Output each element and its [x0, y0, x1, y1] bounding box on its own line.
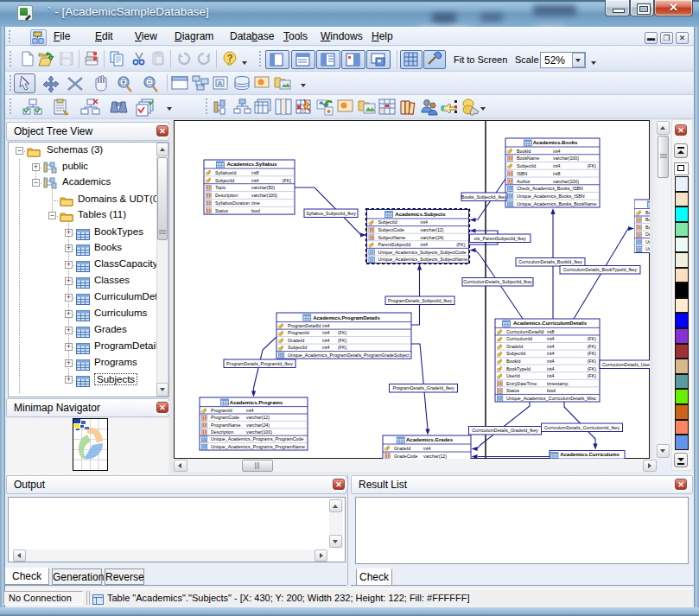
- svg-text:Unique_Academics_BookTypes_Nam: Unique_Academics_BookTypes_Name: [645, 246, 650, 251]
- svg-text:int4: int4: [322, 345, 330, 350]
- svg-text:SubjectId: SubjectId: [517, 163, 536, 168]
- svg-text:SubjectId: SubjectId: [506, 351, 525, 356]
- svg-text:Unique_Academics_Books_ISBN: Unique_Academics_Books_ISBN: [517, 194, 585, 199]
- svg-text:int4: int4: [251, 178, 259, 183]
- svg-text:SubjectId: SubjectId: [378, 219, 397, 225]
- svg-text:Unique_Academics_Books_BookNam: Unique_Academics_Books_BookName: [517, 201, 597, 206]
- svg-text:int8: int8: [553, 171, 561, 176]
- svg-text:(FK): (FK): [588, 336, 597, 341]
- svg-text:Topic: Topic: [215, 185, 226, 190]
- svg-text:int4: int4: [246, 408, 254, 413]
- svg-text:Academics.Books: Academics.Books: [533, 140, 578, 145]
- svg-text:Description: Description: [211, 429, 234, 435]
- svg-text:Academics.Curriculums: Academics.Curriculums: [560, 452, 620, 457]
- svg-text:BookTypeId: BookTypeId: [645, 210, 650, 215]
- svg-text:Academics.Programs: Academics.Programs: [230, 400, 283, 405]
- svg-text:int4: int4: [547, 366, 555, 372]
- svg-text:ProgramName: ProgramName: [211, 422, 240, 428]
- svg-text:(FK): (FK): [338, 338, 347, 343]
- svg-text:ProgramCode: ProgramCode: [211, 415, 239, 420]
- svg-text:int4: int4: [322, 330, 330, 335]
- svg-text:int8: int8: [251, 170, 259, 175]
- svg-text:int4: int4: [322, 338, 330, 343]
- svg-text:Books_SubjectId_fkey: Books_SubjectId_fkey: [461, 194, 507, 200]
- svg-text:BookId: BookId: [506, 359, 521, 364]
- svg-text:int4: int4: [322, 323, 330, 328]
- svg-text:(FK): (FK): [588, 344, 597, 349]
- svg-text:?: ?: [227, 53, 233, 63]
- svg-text:(FK): (FK): [283, 178, 292, 183]
- svg-text:varchar(50): varchar(50): [251, 185, 275, 190]
- svg-text:(FK): (FK): [588, 366, 597, 372]
- svg-text:ProgramId: ProgramId: [288, 330, 309, 335]
- svg-text:UserId: UserId: [506, 373, 520, 378]
- svg-text:Unique_Academics_Programs_Prog: Unique_Academics_Programs_ProgramCode: [211, 436, 304, 441]
- svg-text:CurriculumDetailId: CurriculumDetailId: [506, 329, 544, 334]
- svg-text:int4: int4: [547, 336, 555, 341]
- svg-text:Academics.Subjects: Academics.Subjects: [395, 212, 446, 217]
- svg-text:time: time: [251, 200, 260, 206]
- svg-text:Unique_Academics_Subjects_Subj: Unique_Academics_Subjects_SubjectCode: [378, 250, 467, 255]
- svg-text:bool: bool: [251, 208, 260, 213]
- svg-text:ProgramDetails_ProgramId_fkey: ProgramDetails_ProgramId_fkey: [226, 361, 293, 366]
- svg-text:varchar(24): varchar(24): [246, 422, 270, 428]
- svg-text:CurriculumDetails_BookTypeId_f: CurriculumDetails_BookTypeId_fkey: [563, 267, 638, 272]
- svg-text:CurriculumId: CurriculumId: [506, 336, 532, 341]
- svg-text:int4: int4: [547, 344, 555, 349]
- svg-text:(FK): (FK): [588, 373, 597, 378]
- svg-text:A: A: [218, 79, 223, 87]
- svg-text:varchar(100): varchar(100): [553, 156, 579, 161]
- svg-text:varchar(24): varchar(24): [421, 235, 444, 240]
- svg-text:Academics.CurriculumDetails: Academics.CurriculumDetails: [513, 321, 588, 326]
- svg-text:ProgramId: ProgramId: [211, 408, 232, 413]
- svg-text:Description: Description: [645, 232, 650, 237]
- svg-text:SyllabusId: SyllabusId: [215, 170, 236, 175]
- svg-text:int4: int4: [423, 446, 431, 451]
- svg-text:CurriculumDetails_CurriculumId: CurriculumDetails_CurriculumId_fkey: [544, 425, 620, 430]
- svg-text:bool: bool: [547, 388, 556, 393]
- svg-text:BookTypeId: BookTypeId: [506, 366, 531, 372]
- svg-text:ProgramDetails_GradeId_fkey: ProgramDetails_GradeId_fkey: [392, 385, 454, 391]
- svg-text:(FK): (FK): [338, 345, 347, 350]
- svg-text:Academics.Grades: Academics.Grades: [406, 437, 454, 442]
- svg-text:Status: Status: [215, 208, 228, 213]
- svg-text:GradeId: GradeId: [288, 338, 304, 343]
- svg-text:Unique_Academics_ProgramDetail: Unique_Academics_ProgramDetails_ProgramG…: [288, 352, 410, 358]
- svg-text:BookId: BookId: [517, 149, 531, 154]
- svg-text:Unique_Academics_Subjects_Subj: Unique_Academics_Subjects_SubjectName: [378, 257, 468, 262]
- svg-text:varchar(100): varchar(100): [246, 429, 272, 435]
- svg-text:SubjectCode: SubjectCode: [378, 227, 404, 232]
- svg-text:varchar(100): varchar(100): [553, 179, 579, 184]
- svg-text:SubjectName: SubjectName: [378, 235, 406, 240]
- svg-text:ISBN: ISBN: [517, 171, 528, 176]
- svg-text:(FK): (FK): [588, 359, 597, 364]
- svg-text:(FK): (FK): [588, 351, 597, 356]
- svg-text:Academics.ProgramDetails: Academics.ProgramDetails: [313, 315, 380, 321]
- svg-text:CurriculumDetails_SubjectId_fk: CurriculumDetails_SubjectId_fkey: [463, 279, 532, 284]
- svg-text:Author: Author: [517, 179, 531, 184]
- svg-text:BookTypeName: BookTypeName: [645, 225, 650, 230]
- svg-text:int4: int4: [553, 163, 561, 168]
- svg-text:varchar(100): varchar(100): [251, 193, 277, 198]
- svg-text:Check_Academics_Books_ISBN: Check_Academics_Books_ISBN: [517, 186, 583, 191]
- svg-text:int4: int4: [421, 242, 429, 247]
- svg-text:BookName: BookName: [517, 156, 539, 161]
- svg-text:Unique_Academics_BookTypes_Cod: Unique_Academics_BookTypes_Code: [645, 239, 650, 244]
- svg-text:Unique_Academics_CurriculumDet: Unique_Academics_CurriculumDetails_Misc: [506, 396, 597, 401]
- svg-text:SyllabusDuration: SyllabusDuration: [215, 200, 250, 206]
- svg-text:GradeCode: GradeCode: [394, 454, 417, 459]
- svg-text:Academics.Syllabus: Academics.Syllabus: [226, 162, 277, 167]
- svg-text:BookTypeCode: BookTypeCode: [645, 217, 650, 222]
- svg-text:ParentSubjectId: ParentSubjectId: [378, 242, 411, 247]
- svg-text:int4: int4: [421, 219, 429, 225]
- svg-text:Syllabus_SubjectId_fkey: Syllabus_SubjectId_fkey: [306, 211, 356, 216]
- svg-text:timestamp: timestamp: [547, 381, 568, 386]
- svg-text:varchar(12): varchar(12): [423, 454, 447, 459]
- svg-text:Description: Description: [215, 193, 238, 198]
- svg-text:(FK): (FK): [456, 242, 466, 247]
- svg-text:cts_ParentSubjectId_fkey: cts_ParentSubjectId_fkey: [474, 236, 526, 241]
- svg-text:(FK): (FK): [588, 163, 597, 168]
- svg-text:CurriculumDetails_UserId_f: CurriculumDetails_UserId_f: [602, 362, 650, 367]
- svg-text:Unique_Academics_Programs_Prog: Unique_Academics_Programs_ProgramName: [211, 444, 305, 449]
- svg-text:int4: int4: [553, 149, 561, 154]
